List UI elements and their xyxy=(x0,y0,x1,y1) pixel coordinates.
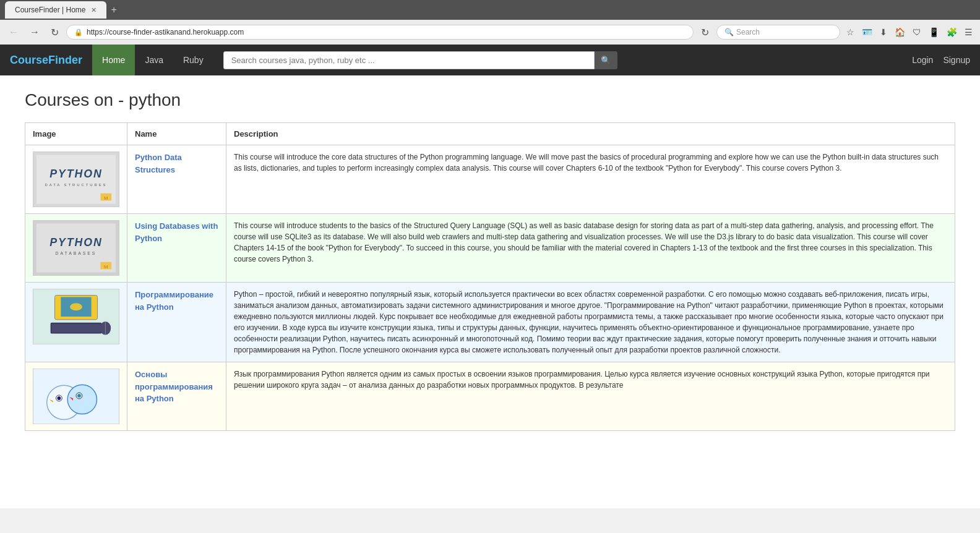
address-text: https://course-finder-astikanand.herokua… xyxy=(87,28,244,36)
course-name-link[interactable]: Using Databases with Python xyxy=(135,220,218,244)
browser-toolbar-icons: ☆ 🪪 ⬇ 🏠 🛡 📱 🧩 ☰ xyxy=(844,25,975,40)
course-thumbnail xyxy=(33,289,119,344)
app-navbar: CourseFinder Home Java Ruby 🔍 Login Sign… xyxy=(0,45,980,75)
refresh-icon[interactable]: ↻ xyxy=(697,24,713,41)
prog-image xyxy=(33,289,119,344)
svg-text:PYTHON: PYTHON xyxy=(49,236,103,249)
course-thumbnail: PYTHON DATA STRUCTURES M xyxy=(33,151,119,207)
browser-tab-bar: CourseFinder | Home ✕ + xyxy=(0,0,980,20)
course-description: Python – простой, гибкий и невероятно по… xyxy=(234,290,943,354)
course-desc-cell: Python – простой, гибкий и невероятно по… xyxy=(226,283,955,362)
signup-link[interactable]: Signup xyxy=(943,55,970,65)
extensions-icon[interactable]: 🧩 xyxy=(944,25,960,40)
browser-controls: ← → ↻ 🔒 https://course-finder-astikanand… xyxy=(0,20,980,45)
main-content: Courses on - python Image Name Descripti… xyxy=(0,75,980,508)
course-name-cell: Программирование на Python xyxy=(127,283,226,362)
search-icon: 🔍 xyxy=(724,28,734,36)
course-name-cell: Python Data Structures xyxy=(127,145,226,214)
page-title: Courses on - python xyxy=(25,90,955,110)
course-desc-cell: This course will introduce the core data… xyxy=(226,145,955,214)
nav-item-ruby[interactable]: Ruby xyxy=(173,45,213,75)
nav-item-java[interactable]: Java xyxy=(135,45,173,75)
browser-chrome: CourseFinder | Home ✕ + ← → ↻ 🔒 https://… xyxy=(0,0,980,45)
course-name-cell: Основы программирования на Python xyxy=(127,362,226,431)
phone-icon[interactable]: 📱 xyxy=(926,25,942,40)
svg-point-24 xyxy=(57,396,61,400)
table-row: Программирование на Python Python – прос… xyxy=(25,283,955,362)
browser-search-box[interactable]: 🔍 Search xyxy=(716,25,840,40)
shield-icon[interactable]: 🛡 xyxy=(910,25,924,40)
login-link[interactable]: Login xyxy=(912,55,933,65)
course-name-link[interactable]: Python Data Structures xyxy=(135,151,218,176)
brand-logo[interactable]: CourseFinder xyxy=(10,54,82,67)
lock-icon: 🔒 xyxy=(74,28,83,36)
back-button[interactable]: ← xyxy=(5,24,22,40)
svg-point-15 xyxy=(70,303,82,310)
course-thumbnail xyxy=(33,369,119,424)
course-name-link[interactable]: Программирование на Python xyxy=(135,289,218,313)
navbar-search: 🔍 xyxy=(223,51,902,69)
svg-text:M: M xyxy=(104,195,108,201)
courses-table: Image Name Description PYTHON DATA STRUC… xyxy=(25,122,955,431)
forward-button[interactable]: → xyxy=(26,24,43,40)
browser-search-text: Search xyxy=(736,28,760,36)
svg-point-26 xyxy=(77,394,81,398)
col-header-name: Name xyxy=(127,123,226,145)
course-thumbnail: PYTHON DATABASES M xyxy=(33,220,119,276)
col-header-image: Image xyxy=(25,123,127,145)
svg-rect-17 xyxy=(52,324,101,333)
course-search-button[interactable]: 🔍 xyxy=(595,51,617,69)
course-search-input[interactable] xyxy=(223,51,595,69)
home-icon[interactable]: 🏠 xyxy=(892,25,908,40)
course-description: This course will introduce the core data… xyxy=(234,153,939,173)
course-image-cell: PYTHON DATABASES M xyxy=(25,214,127,283)
course-description: Язык программирования Python является од… xyxy=(234,370,930,390)
navbar-right: Login Signup xyxy=(912,55,970,65)
course-name-link[interactable]: Основы программирования на Python xyxy=(135,369,218,405)
menu-icon[interactable]: ☰ xyxy=(962,25,975,40)
refresh-button[interactable]: ↻ xyxy=(47,24,62,41)
tab-close-button[interactable]: ✕ xyxy=(91,6,97,14)
browser-tab-active[interactable]: CourseFinder | Home ✕ xyxy=(5,1,106,19)
course-description: This course will introduce students to t… xyxy=(234,221,934,263)
osnovy-image xyxy=(33,369,119,424)
address-bar[interactable]: 🔒 https://course-finder-astikanand.herok… xyxy=(66,25,694,40)
nav-item-home[interactable]: Home xyxy=(92,45,135,75)
table-row: Основы программирования на Python Язык п… xyxy=(25,362,955,431)
course-desc-cell: Язык программирования Python является од… xyxy=(226,362,955,431)
star-icon[interactable]: ☆ xyxy=(844,25,857,40)
svg-text:PYTHON: PYTHON xyxy=(49,168,103,180)
course-desc-cell: This course will introduce students to t… xyxy=(226,214,955,283)
course-image-cell xyxy=(25,283,127,362)
svg-text:DATABASES: DATABASES xyxy=(56,251,97,255)
python-ds-image: PYTHON DATA STRUCTURES M xyxy=(33,151,119,207)
id-icon[interactable]: 🪪 xyxy=(859,25,875,40)
new-tab-button[interactable]: + xyxy=(111,4,117,15)
course-image-cell xyxy=(25,362,127,431)
svg-text:M: M xyxy=(104,264,108,270)
table-row: PYTHON DATABASES M Using Databases with … xyxy=(25,214,955,283)
course-name-cell: Using Databases with Python xyxy=(127,214,226,283)
col-header-desc: Description xyxy=(226,123,955,145)
course-image-cell: PYTHON DATA STRUCTURES M xyxy=(25,145,127,214)
svg-text:DATA STRUCTURES: DATA STRUCTURES xyxy=(45,183,108,187)
download-icon[interactable]: ⬇ xyxy=(877,25,890,40)
tab-title: CourseFinder | Home xyxy=(15,6,86,14)
table-row: PYTHON DATA STRUCTURES M Python Data Str… xyxy=(25,145,955,214)
databases-image: PYTHON DATABASES M xyxy=(33,220,119,276)
